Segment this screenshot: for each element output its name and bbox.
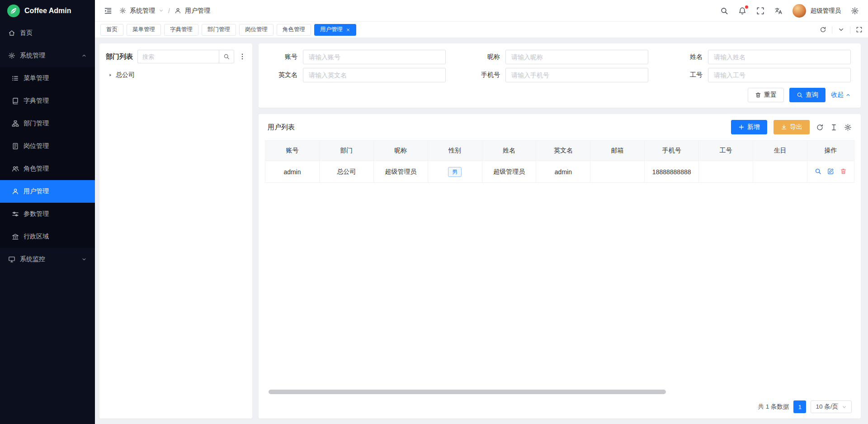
tree-node-head-office[interactable]: 总公司	[106, 70, 246, 81]
department-search-button[interactable]	[219, 50, 234, 63]
tab-label: 岗位管理	[245, 26, 268, 33]
field-label: 手机号	[471, 71, 500, 79]
reset-label: 重置	[764, 91, 777, 99]
add-user-button[interactable]: 新增	[731, 120, 767, 134]
sidebar-item-dept-mgmt[interactable]: 部门管理	[0, 112, 95, 135]
export-button[interactable]: 导出	[774, 120, 810, 134]
chevron-up-icon	[845, 92, 851, 98]
tab-dict-mgmt[interactable]: 字典管理	[164, 24, 198, 36]
column-header[interactable]: 英文名	[536, 141, 590, 161]
table-row[interactable]: admin 总公司 超级管理员 男 超级管理员 admin 1888888888…	[265, 161, 854, 183]
phone-input[interactable]	[505, 68, 648, 82]
right-column: 账号 昵称 姓名 英文名	[259, 43, 861, 419]
nickname-input[interactable]	[505, 50, 648, 64]
content-area: 部门列表 总公司	[95, 38, 868, 424]
close-icon[interactable]	[346, 28, 350, 32]
caret-right-icon[interactable]	[108, 72, 113, 78]
page-size-select[interactable]: 10 条/页	[811, 400, 852, 413]
name-input[interactable]	[708, 50, 851, 64]
notification-bell-icon[interactable]	[738, 7, 746, 15]
department-search-input[interactable]	[137, 50, 219, 63]
field-label: 姓名	[674, 53, 703, 61]
sidebar-item-param-mgmt[interactable]: 参数管理	[0, 203, 95, 225]
export-label: 导出	[790, 123, 802, 131]
user-name[interactable]: 超级管理员	[811, 7, 841, 15]
sidebar-collapse-button[interactable]	[104, 7, 112, 15]
sidebar-item-label: 部门管理	[24, 119, 49, 128]
download-icon	[781, 124, 787, 130]
cell-email	[590, 161, 645, 183]
search-icon[interactable]	[720, 7, 728, 15]
main-area: 系统管理 / 用户管理 超级管理员 首页 菜单管理 字典管理 部门管理 岗	[95, 0, 868, 424]
sidebar-item-admin-region[interactable]: 行政区域	[0, 225, 95, 248]
filter-actions: 重置 查询 收起	[269, 88, 851, 102]
column-header[interactable]: 性别	[428, 141, 482, 161]
column-header[interactable]: 账号	[265, 141, 320, 161]
more-options-icon[interactable]	[239, 53, 246, 60]
people-icon	[12, 165, 19, 172]
column-header[interactable]: 昵称	[373, 141, 428, 161]
sidebar-item-user-mgmt[interactable]: 用户管理	[0, 180, 95, 203]
sidebar-item-home[interactable]: 首页	[0, 22, 95, 44]
english-name-input[interactable]	[303, 68, 446, 82]
breadcrumb-section[interactable]: 系统管理	[130, 7, 155, 15]
tab-dept-mgmt[interactable]: 部门管理	[202, 24, 236, 36]
column-header[interactable]: 邮箱	[590, 141, 645, 161]
sidebar-item-role-mgmt[interactable]: 角色管理	[0, 157, 95, 180]
department-search	[137, 50, 234, 63]
tab-post-mgmt[interactable]: 岗位管理	[239, 24, 274, 36]
field-label: 昵称	[471, 53, 500, 61]
sidebar-item-label: 参数管理	[24, 210, 49, 218]
collapse-toggle[interactable]: 收起	[831, 91, 851, 99]
view-icon[interactable]	[815, 168, 821, 175]
sidebar-item-label: 用户管理	[24, 187, 49, 195]
chevron-down-icon	[842, 405, 847, 410]
column-header[interactable]: 生日	[753, 141, 807, 161]
translate-icon[interactable]	[774, 7, 783, 15]
settings-gear-icon[interactable]	[851, 7, 859, 15]
gear-icon	[8, 52, 15, 59]
logo-leaf-icon	[7, 5, 20, 17]
avatar[interactable]	[793, 4, 806, 18]
cell-name: 超级管理员	[482, 161, 536, 183]
tab-role-mgmt[interactable]: 角色管理	[277, 24, 311, 36]
fullscreen-icon[interactable]	[756, 7, 764, 15]
bank-icon	[12, 233, 19, 240]
column-header[interactable]: 部门	[319, 141, 373, 161]
chevron-down-icon	[81, 257, 87, 262]
refresh-icon[interactable]	[816, 124, 824, 131]
job-number-input[interactable]	[708, 68, 851, 82]
reset-button[interactable]: 重置	[748, 88, 784, 102]
column-settings-gear-icon[interactable]	[844, 124, 852, 131]
sidebar-item-dict-mgmt[interactable]: 字典管理	[0, 90, 95, 112]
content-fullscreen-icon[interactable]	[856, 26, 863, 33]
tab-home[interactable]: 首页	[100, 24, 123, 36]
column-header-operation: 操作	[807, 141, 854, 161]
list-icon	[12, 75, 19, 82]
collapse-label: 收起	[831, 91, 844, 99]
tab-menu-mgmt[interactable]: 菜单管理	[127, 24, 161, 36]
sidebar-group-system-monitor[interactable]: 系统监控	[0, 248, 95, 271]
search-button[interactable]: 查询	[789, 88, 826, 102]
refresh-icon[interactable]	[820, 26, 826, 33]
edit-icon[interactable]	[827, 168, 834, 175]
sidebar-item-menu-mgmt[interactable]: 菜单管理	[0, 67, 95, 90]
chevron-up-icon	[81, 53, 87, 58]
field-english-name: 英文名	[269, 68, 446, 82]
account-input[interactable]	[303, 50, 446, 64]
breadcrumb-separator: /	[168, 7, 170, 14]
home-icon	[8, 29, 15, 37]
monitor-icon	[8, 256, 15, 263]
sidebar-group-system-mgmt[interactable]: 系统管理	[0, 44, 95, 67]
add-label: 新增	[747, 123, 760, 131]
row-density-icon[interactable]	[830, 124, 838, 131]
sidebar-item-post-mgmt[interactable]: 岗位管理	[0, 135, 95, 157]
tab-user-mgmt[interactable]: 用户管理	[314, 24, 356, 36]
delete-icon[interactable]	[840, 168, 847, 175]
column-header[interactable]: 手机号	[645, 141, 699, 161]
column-header[interactable]: 姓名	[482, 141, 536, 161]
horizontal-scrollbar[interactable]	[269, 390, 666, 394]
page-1-button[interactable]: 1	[793, 400, 806, 413]
tab-actions-chevron-down-icon[interactable]	[838, 26, 844, 33]
column-header[interactable]: 工号	[699, 141, 753, 161]
